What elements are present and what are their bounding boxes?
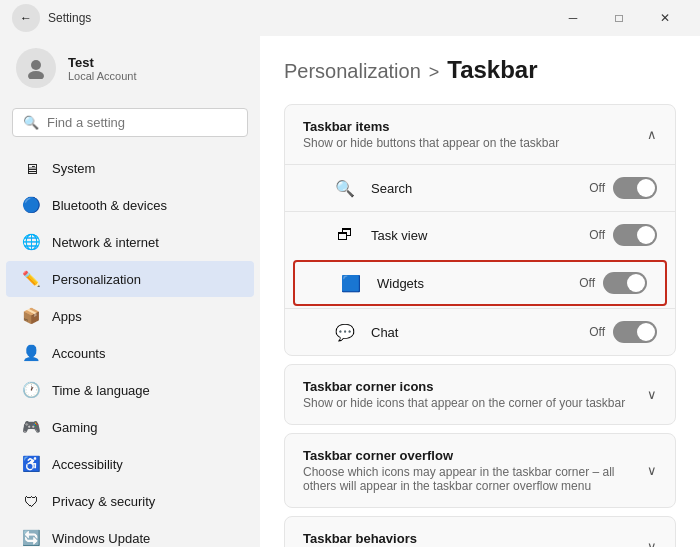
nav-icon-windows-update: 🔄: [22, 529, 40, 547]
toggle-taskview[interactable]: [613, 224, 657, 246]
section-title-taskbar-behaviors: Taskbar behaviors: [303, 531, 624, 546]
toggle-thumb-taskview: [637, 226, 655, 244]
section-header-taskbar-corner-overflow[interactable]: Taskbar corner overflow Choose which ico…: [285, 434, 675, 507]
sections-container: Taskbar items Show or hide buttons that …: [284, 104, 676, 547]
breadcrumb-arrow: >: [429, 62, 440, 83]
titlebar-left: ← Settings: [12, 4, 91, 32]
sidebar-item-accounts[interactable]: 👤 Accounts: [6, 335, 254, 371]
nav-label-gaming: Gaming: [52, 420, 98, 435]
svg-point-0: [31, 60, 41, 70]
search-icon: 🔍: [23, 115, 39, 130]
section-taskbar-items: Taskbar items Show or hide buttons that …: [284, 104, 676, 356]
sidebar: Test Local Account 🔍 🖥 System 🔵 Bluetoot…: [0, 36, 260, 547]
nav-icon-apps: 📦: [22, 307, 40, 325]
setting-label-widgets: Widgets: [377, 276, 567, 291]
sidebar-item-personalization[interactable]: ✏️ Personalization: [6, 261, 254, 297]
setting-right-widgets: Off: [579, 272, 647, 294]
toggle-thumb-widgets: [627, 274, 645, 292]
toggle-thumb-chat: [637, 323, 655, 341]
section-sub-taskbar-items: Show or hide buttons that appear on the …: [303, 136, 559, 150]
sidebar-item-privacy[interactable]: 🛡 Privacy & security: [6, 483, 254, 519]
section-sub-taskbar-corner-overflow: Choose which icons may appear in the tas…: [303, 465, 647, 493]
svg-point-1: [28, 71, 44, 79]
section-info-taskbar-corner-icons: Taskbar corner icons Show or hide icons …: [303, 379, 625, 410]
section-chevron-taskbar-items: ∧: [647, 127, 657, 142]
setting-row-taskview: 🗗 Task view Off: [285, 211, 675, 258]
sidebar-item-network[interactable]: 🌐 Network & internet: [6, 224, 254, 260]
nav-label-privacy: Privacy & security: [52, 494, 155, 509]
page-title: Taskbar: [447, 56, 537, 84]
nav-label-personalization: Personalization: [52, 272, 141, 287]
nav-label-network: Network & internet: [52, 235, 159, 250]
user-profile[interactable]: Test Local Account: [0, 36, 260, 104]
sidebar-item-apps[interactable]: 📦 Apps: [6, 298, 254, 334]
nav-label-accessibility: Accessibility: [52, 457, 123, 472]
content-area: Personalization > Taskbar Taskbar items …: [260, 36, 700, 547]
setting-label-search: Search: [371, 181, 577, 196]
breadcrumb-parent: Personalization: [284, 60, 421, 83]
user-name: Test: [68, 55, 137, 70]
user-info: Test Local Account: [68, 55, 137, 82]
setting-row-widgets: 🟦 Widgets Off: [293, 260, 667, 306]
setting-right-search: Off: [589, 177, 657, 199]
sidebar-item-bluetooth[interactable]: 🔵 Bluetooth & devices: [6, 187, 254, 223]
setting-row-chat: 💬 Chat Off: [285, 308, 675, 355]
section-header-taskbar-behaviors[interactable]: Taskbar behaviors Taskbar alignment, bad…: [285, 517, 675, 547]
search-input[interactable]: [47, 115, 237, 130]
sidebar-item-accessibility[interactable]: ♿ Accessibility: [6, 446, 254, 482]
app-body: Test Local Account 🔍 🖥 System 🔵 Bluetoot…: [0, 36, 700, 547]
nav-label-apps: Apps: [52, 309, 82, 324]
section-info-taskbar-behaviors: Taskbar behaviors Taskbar alignment, bad…: [303, 531, 624, 547]
section-header-taskbar-corner-icons[interactable]: Taskbar corner icons Show or hide icons …: [285, 365, 675, 424]
setting-icon-search: 🔍: [335, 179, 355, 198]
nav-icon-accounts: 👤: [22, 344, 40, 362]
minimize-button[interactable]: ─: [550, 3, 596, 33]
nav-icon-personalization: ✏️: [22, 270, 40, 288]
nav-icon-accessibility: ♿: [22, 455, 40, 473]
setting-label-taskview: Task view: [371, 228, 577, 243]
section-taskbar-behaviors: Taskbar behaviors Taskbar alignment, bad…: [284, 516, 676, 547]
section-taskbar-corner-overflow: Taskbar corner overflow Choose which ico…: [284, 433, 676, 508]
nav-icon-time: 🕐: [22, 381, 40, 399]
setting-icon-chat: 💬: [335, 323, 355, 342]
setting-label-chat: Chat: [371, 325, 577, 340]
sidebar-item-time[interactable]: 🕐 Time & language: [6, 372, 254, 408]
section-title-taskbar-items: Taskbar items: [303, 119, 559, 134]
avatar: [16, 48, 56, 88]
toggle-search[interactable]: [613, 177, 657, 199]
nav-label-bluetooth: Bluetooth & devices: [52, 198, 167, 213]
section-title-taskbar-corner-icons: Taskbar corner icons: [303, 379, 625, 394]
search-box[interactable]: 🔍: [12, 108, 248, 137]
app-title: Settings: [48, 11, 91, 25]
window-controls: ─ □ ✕: [550, 3, 688, 33]
user-type: Local Account: [68, 70, 137, 82]
section-header-taskbar-items[interactable]: Taskbar items Show or hide buttons that …: [285, 105, 675, 164]
setting-icon-taskview: 🗗: [335, 226, 355, 244]
section-chevron-taskbar-corner-overflow: ∨: [647, 463, 657, 478]
sidebar-item-gaming[interactable]: 🎮 Gaming: [6, 409, 254, 445]
nav-label-accounts: Accounts: [52, 346, 105, 361]
toggle-chat[interactable]: [613, 321, 657, 343]
sidebar-item-windows-update[interactable]: 🔄 Windows Update: [6, 520, 254, 547]
maximize-button[interactable]: □: [596, 3, 642, 33]
nav-icon-network: 🌐: [22, 233, 40, 251]
nav-icon-privacy: 🛡: [22, 492, 40, 510]
section-title-taskbar-corner-overflow: Taskbar corner overflow: [303, 448, 647, 463]
setting-right-chat: Off: [589, 321, 657, 343]
setting-icon-widgets: 🟦: [341, 274, 361, 293]
back-button[interactable]: ←: [12, 4, 40, 32]
sidebar-item-system[interactable]: 🖥 System: [6, 150, 254, 186]
setting-state-taskview: Off: [589, 228, 605, 242]
section-taskbar-corner-icons: Taskbar corner icons Show or hide icons …: [284, 364, 676, 425]
section-chevron-taskbar-corner-icons: ∨: [647, 387, 657, 402]
titlebar: ← Settings ─ □ ✕: [0, 0, 700, 36]
close-button[interactable]: ✕: [642, 3, 688, 33]
toggle-widgets[interactable]: [603, 272, 647, 294]
section-sub-taskbar-corner-icons: Show or hide icons that appear on the co…: [303, 396, 625, 410]
setting-state-search: Off: [589, 181, 605, 195]
section-info-taskbar-corner-overflow: Taskbar corner overflow Choose which ico…: [303, 448, 647, 493]
setting-state-chat: Off: [589, 325, 605, 339]
nav-icon-gaming: 🎮: [22, 418, 40, 436]
nav-list: 🖥 System 🔵 Bluetooth & devices 🌐 Network…: [0, 149, 260, 547]
section-chevron-taskbar-behaviors: ∨: [647, 539, 657, 547]
